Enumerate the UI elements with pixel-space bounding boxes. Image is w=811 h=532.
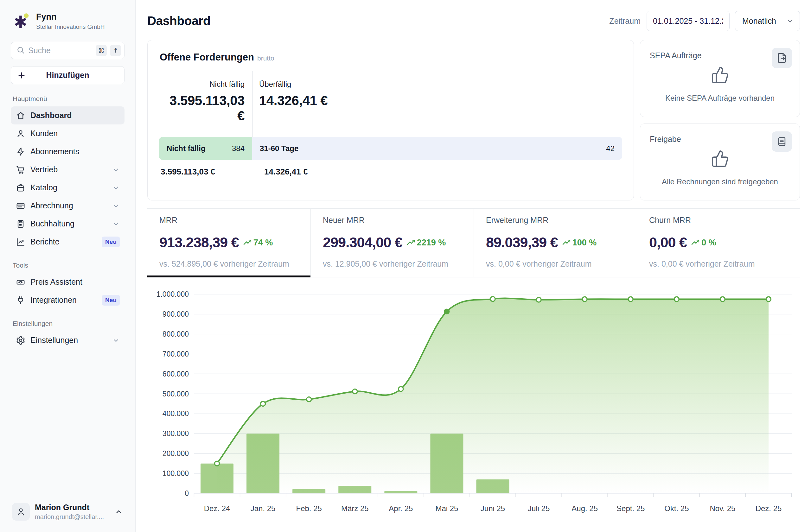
add-button-label: Hinzufügen (46, 71, 89, 80)
kpi-tab-churn-mrr[interactable]: Churn MRR0,00 €0 %vs. 0,00 € vorheriger … (637, 209, 800, 277)
column-divider (252, 71, 253, 137)
svg-text:700.000: 700.000 (163, 350, 189, 358)
period-label: Zeitraum (609, 16, 641, 26)
plug-icon (16, 295, 25, 305)
file-export-icon (776, 52, 787, 64)
sidebar-item-preis-assistent[interactable]: Preis Assistent (11, 273, 124, 291)
chevron-up-icon (114, 507, 123, 516)
kpi-tab-neuer-mrr[interactable]: Neuer MRR299.304,00 €2219 %vs. 12.905,00… (310, 209, 474, 277)
trend-up-icon (562, 238, 570, 247)
avatar (12, 503, 30, 521)
kpi-tab-mrr[interactable]: MRR913.238,39 €74 %vs. 524.895,00 € vorh… (147, 209, 310, 277)
sidebar-item-label: Buchhaltung (30, 219, 107, 228)
kpi-tabs: MRR913.238,39 €74 %vs. 524.895,00 € vorh… (147, 208, 800, 277)
aging-bar: Nicht fällig 384 31-60 Tage 42 (159, 137, 622, 160)
package-icon (16, 183, 25, 192)
sidebar-item-abrechnung[interactable]: Abrechnung (11, 197, 124, 215)
sidebar-item-label: Katalog (30, 183, 107, 192)
svg-text:900.000: 900.000 (163, 310, 189, 318)
aging-segment-31-60: 31-60 Tage 42 (252, 137, 622, 160)
receivables-card: Offene Forderungenbrutto Nicht fällig 3.… (147, 40, 634, 201)
plus-icon (17, 71, 26, 80)
svg-text:1.000.000: 1.000.000 (156, 290, 189, 298)
sidebar-item-buchhaltung[interactable]: Buchhaltung (11, 215, 124, 233)
user-icon (16, 507, 26, 516)
receivables-subtitle: brutto (257, 54, 274, 62)
kpi-change: 100 % (562, 238, 597, 248)
kpi-value: 299.304,00 € (323, 234, 402, 251)
svg-text:Aug. 25: Aug. 25 (571, 504, 598, 513)
kpi-label: Neuer MRR (323, 216, 462, 225)
overdue-amount: 14.326,41 € (259, 93, 327, 108)
period-input[interactable] (646, 11, 730, 31)
kpi-compare: vs. 0,00 € vorheriger Zeitraum (649, 259, 788, 268)
sidebar-item-label: Berichte (30, 237, 97, 246)
interval-select[interactable]: Monatlich (735, 11, 800, 31)
section-label: Einstellungen (13, 320, 124, 327)
thumbs-up-icon (711, 150, 729, 168)
segment-label: 31-60 Tage (260, 144, 299, 153)
page-title: Dashboard (147, 14, 210, 28)
search-icon (16, 46, 25, 56)
sidebar-item-abonnements[interactable]: Abonnements (11, 142, 124, 160)
sidebar-item-vertrieb[interactable]: Vertrieb (11, 160, 124, 178)
not-due-amount: 3.595.113,03 € (159, 93, 245, 124)
chart-icon (16, 237, 25, 247)
kpi-compare: vs. 12.905,00 € vorheriger Zeitraum (323, 259, 462, 268)
svg-text:Juli 25: Juli 25 (528, 504, 550, 513)
kpi-label: Churn MRR (649, 216, 788, 225)
add-button[interactable]: Hinzufügen (11, 66, 124, 84)
chevron-down-icon (112, 184, 120, 192)
side-card-sepa-aufträge: SEPA AufträgeKeine SEPA Aufträge vorhand… (640, 40, 800, 117)
segment-count: 42 (606, 144, 615, 153)
kpi-value: 913.238,39 € (159, 234, 239, 251)
kpi-change: 74 % (243, 238, 273, 248)
side-card-title: Freigabe (650, 135, 681, 144)
side-card-title: SEPA Aufträge (650, 51, 702, 60)
thumbs-up-icon (711, 66, 729, 85)
sidebar-item-berichte[interactable]: BerichteNeu (11, 233, 124, 251)
svg-text:300.000: 300.000 (163, 429, 189, 438)
svg-text:Feb. 25: Feb. 25 (296, 504, 322, 513)
svg-text:600.000: 600.000 (163, 370, 189, 378)
workspace-header[interactable]: Fynn Stellar Innovations GmbH (12, 12, 124, 30)
main-content: Dashboard Zeitraum Monatlich Offene Ford… (136, 0, 811, 532)
interval-value: Monatlich (742, 16, 776, 26)
svg-text:Apr. 25: Apr. 25 (389, 504, 413, 513)
overdue-label: Überfällig (259, 80, 327, 89)
sidebar-item-label: Abonnements (30, 147, 120, 156)
trend-up-icon (243, 238, 251, 247)
svg-text:Nov. 25: Nov. 25 (709, 504, 735, 513)
segment-amount-31-60: 14.326,41 € (264, 167, 308, 177)
svg-text:Dez. 25: Dez. 25 (755, 504, 782, 513)
sidebar-item-integrationen[interactable]: IntegrationenNeu (11, 291, 124, 309)
svg-text:0: 0 (185, 489, 189, 498)
search-icon (16, 46, 25, 54)
kpi-tab-erweiterung-mrr[interactable]: Erweiterung MRR89.039,39 €100 %vs. 0,00 … (474, 209, 637, 277)
fynn-logo-icon (12, 12, 30, 30)
banknote-icon (16, 277, 25, 287)
not-due-label: Nicht fällig (159, 80, 245, 89)
user-email: marion.grundt@stellar.... (35, 513, 104, 521)
kbd-cmd: ⌘ (96, 45, 107, 56)
svg-text:800.000: 800.000 (163, 330, 189, 338)
sidebar-menu: HauptmenüDashboardKundenAbonnementsVertr… (11, 84, 124, 349)
file-export-button[interactable] (772, 48, 792, 68)
svg-text:Juni 25: Juni 25 (480, 504, 505, 513)
search-input[interactable] (28, 46, 92, 55)
svg-text:200.000: 200.000 (163, 449, 189, 458)
sidebar-item-einstellungen[interactable]: Einstellungen (11, 331, 124, 349)
file-lines-button[interactable] (772, 131, 792, 152)
section-label: Tools (13, 262, 124, 269)
sidebar-item-label: Kunden (30, 129, 120, 138)
sidebar-item-label: Preis Assistent (30, 277, 120, 286)
user-menu[interactable]: Marion Grundt marion.grundt@stellar.... (11, 501, 124, 522)
svg-text:März 25: März 25 (341, 504, 369, 513)
sidebar-item-kunden[interactable]: Kunden (11, 124, 124, 142)
search-box[interactable]: ⌘ f (11, 42, 124, 59)
sidebar-item-dashboard[interactable]: Dashboard (11, 106, 124, 124)
segment-count: 384 (232, 144, 245, 153)
sidebar-item-katalog[interactable]: Katalog (11, 178, 124, 197)
svg-text:100.000: 100.000 (163, 469, 189, 478)
cart-icon (16, 165, 25, 174)
